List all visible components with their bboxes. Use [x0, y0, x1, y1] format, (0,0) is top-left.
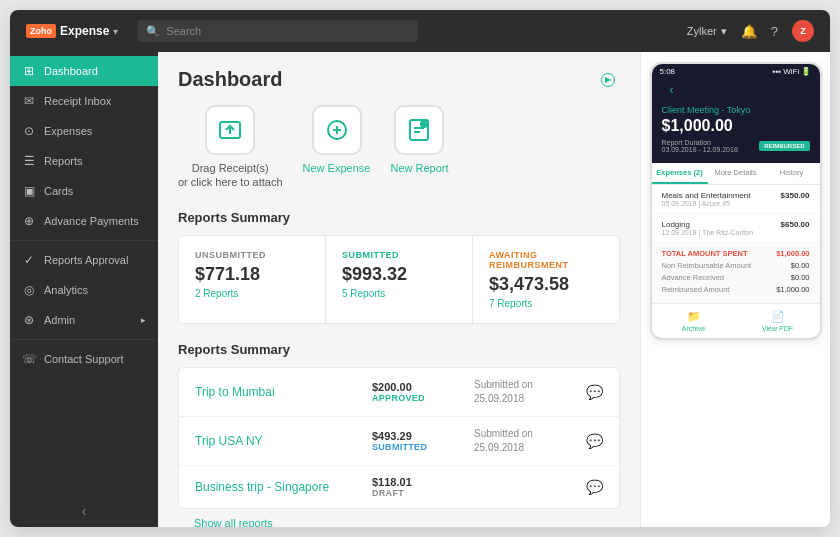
report-name-2[interactable]: Business trip - Singapore	[195, 480, 360, 494]
new-expense-action[interactable]: New Expense	[303, 105, 371, 175]
brand-logo: Zoho	[26, 24, 56, 38]
awaiting-link[interactable]: 7 Reports	[489, 298, 603, 309]
phone-archive-button[interactable]: 📁 Archive	[652, 310, 736, 332]
search-input[interactable]	[138, 20, 418, 42]
table-row: Business trip - Singapore $118.01 DRAFT …	[179, 466, 619, 508]
table-row: Trip to Mumbai $200.00 APPROVED Submitte…	[179, 368, 619, 417]
report-submitted-1: Submitted on25.09.2018	[474, 427, 574, 455]
phone-expense-label-1: Lodging	[662, 220, 754, 229]
avatar[interactable]: Z	[792, 20, 814, 42]
new-report-icon	[394, 105, 444, 155]
summary-section: Reports Summary UNSUBMITTED $771.18 2 Re…	[178, 210, 620, 324]
drag-receipt-icon	[205, 105, 255, 155]
phone-back-icon[interactable]: ‹	[670, 83, 674, 97]
sidebar-item-dashboard[interactable]: ⊞ Dashboard	[10, 56, 158, 86]
phone-tab-expenses[interactable]: Expenses (2)	[652, 163, 708, 184]
sidebar-item-analytics[interactable]: ◎ Analytics	[10, 275, 158, 305]
drag-receipt-action[interactable]: Drag Receipt(s) or click here to attach	[178, 105, 283, 190]
getting-started-button[interactable]: ▶	[601, 73, 620, 87]
phone-date: Report Duration 03.09.2018 - 12.09.2018	[662, 139, 738, 153]
summary-card-unsubmitted: UNSUBMITTED $771.18 2 Reports	[179, 236, 326, 323]
sidebar-item-admin[interactable]: ⊛ Admin ▸	[10, 305, 158, 335]
phone-tab-history[interactable]: History	[764, 163, 820, 184]
awaiting-label: AWAITING REIMBURSMENT	[489, 250, 603, 270]
unsubmitted-label: UNSUBMITTED	[195, 250, 309, 260]
phone-bottom-bar: 📁 Archive 📄 View PDF	[652, 303, 820, 338]
sidebar-item-cards[interactable]: ▣ Cards	[10, 176, 158, 206]
report-amount-1: $493.29 SUBMITTED	[372, 430, 462, 452]
phone-expense-row-0: Meals and Entertainment 05.09.2018 | Acu…	[652, 185, 820, 214]
reports-list-title: Reports Summary	[178, 342, 620, 357]
reports-icon: ☰	[22, 154, 36, 168]
sidebar-divider	[10, 240, 158, 241]
new-expense-label: New Expense	[303, 161, 371, 175]
pdf-icon: 📄	[771, 310, 785, 323]
analytics-icon: ◎	[22, 283, 36, 297]
phone-total-value-0: $1,000.00	[776, 249, 809, 258]
sidebar-item-expenses[interactable]: ⊙ Expenses	[10, 116, 158, 146]
app-window: Zoho Expense ▾ 🔍 Zylker ▾ 🔔 ? Z ⊞ Dashbo…	[10, 10, 830, 527]
summary-card-awaiting: AWAITING REIMBURSMENT $3,473.58 7 Report…	[473, 236, 619, 323]
unsubmitted-amount: $771.18	[195, 264, 309, 285]
main-content: Dashboard ▶ Drag Receipt(s)	[158, 52, 640, 527]
summary-cards: UNSUBMITTED $771.18 2 Reports SUBMITTED …	[178, 235, 620, 324]
advance-icon: ⊕	[22, 214, 36, 228]
phone-total-label-1: Non Reimbursable Amount	[662, 261, 752, 270]
search-bar[interactable]: 🔍	[138, 20, 418, 42]
sidebar-label-reports: Reports	[44, 155, 83, 167]
unsubmitted-link[interactable]: 2 Reports	[195, 288, 309, 299]
user-menu[interactable]: Zylker ▾	[687, 25, 727, 38]
sidebar-label-analytics: Analytics	[44, 284, 88, 296]
page-title: Dashboard	[178, 68, 282, 91]
show-all-link[interactable]: Show all reports	[178, 509, 289, 527]
report-message-icon-2[interactable]: 💬	[586, 479, 603, 495]
sidebar-item-receipt-inbox[interactable]: ✉ Receipt Inbox	[10, 86, 158, 116]
sidebar-item-advance-payments[interactable]: ⊕ Advance Payments	[10, 206, 158, 236]
report-message-icon-1[interactable]: 💬	[586, 433, 603, 449]
phone-total-row-0: TOTAL AMOUNT SPENT $1,000.00	[662, 249, 810, 258]
new-report-label: New Report	[390, 161, 448, 175]
sidebar-item-reports[interactable]: ☰ Reports	[10, 146, 158, 176]
sidebar-label-admin: Admin	[44, 314, 75, 326]
notification-icon[interactable]: 🔔	[741, 24, 757, 39]
user-chevron-icon: ▾	[721, 25, 727, 38]
phone-reimbursed-badge: REIMBURSED	[759, 141, 809, 151]
phone-meta: Report Duration 03.09.2018 - 12.09.2018 …	[662, 139, 810, 153]
submitted-amount: $993.32	[342, 264, 456, 285]
sidebar-label-expenses: Expenses	[44, 125, 92, 137]
phone-header: ‹	[662, 79, 810, 105]
sidebar-divider-2	[10, 339, 158, 340]
report-message-icon-0[interactable]: 💬	[586, 384, 603, 400]
phone-viewpdf-button[interactable]: 📄 View PDF	[736, 310, 820, 332]
sidebar-item-reports-approval[interactable]: ✓ Reports Approval	[10, 245, 158, 275]
phone-banner: ‹ Client Meeting - Tokyo $1,000.00 Repor…	[652, 79, 820, 163]
submitted-link[interactable]: 5 Reports	[342, 288, 456, 299]
report-name-0[interactable]: Trip to Mumbai	[195, 385, 360, 399]
phone-tab-more-details[interactable]: More Details	[708, 163, 764, 184]
archive-label: Archive	[682, 325, 705, 332]
summary-card-submitted: SUBMITTED $993.32 5 Reports	[326, 236, 473, 323]
phone-expense-label-0: Meals and Entertainment	[662, 191, 751, 200]
sidebar-collapse-button[interactable]: ‹	[10, 495, 158, 527]
brand[interactable]: Zoho Expense ▾	[26, 24, 118, 38]
topbar-right: Zylker ▾ 🔔 ? Z	[687, 20, 814, 42]
phone-total-value-1: $0.00	[791, 261, 810, 270]
quick-actions: Drag Receipt(s) or click here to attach …	[178, 105, 620, 190]
report-amount-0: $200.00 APPROVED	[372, 381, 462, 403]
phone-total-row-2: Advance Received $0.00	[662, 273, 810, 282]
report-name-1[interactable]: Trip USA NY	[195, 434, 360, 448]
sidebar-label-support: Contact Support	[44, 353, 124, 365]
phone-expense-row-1: Lodging 12.09.2018 | The Ritz-Carlton $6…	[652, 214, 820, 243]
report-amount-2: $118.01 DRAFT	[372, 476, 462, 498]
dashboard-icon: ⊞	[22, 64, 36, 78]
sidebar-item-contact-support[interactable]: ☏ Contact Support	[10, 344, 158, 374]
getting-started-icon: ▶	[601, 73, 615, 87]
reports-list-section: Reports Summary Trip to Mumbai $200.00 A…	[178, 342, 620, 527]
brand-name: Expense	[60, 24, 109, 38]
phone-expense-date-0: 05.09.2018 | Acure #5	[662, 200, 751, 207]
phone-total-label-2: Advance Received	[662, 273, 725, 282]
new-report-action[interactable]: New Report	[390, 105, 448, 175]
help-icon[interactable]: ?	[771, 24, 778, 39]
collapse-icon: ‹	[82, 503, 87, 519]
phone-total-value-2: $0.00	[791, 273, 810, 282]
